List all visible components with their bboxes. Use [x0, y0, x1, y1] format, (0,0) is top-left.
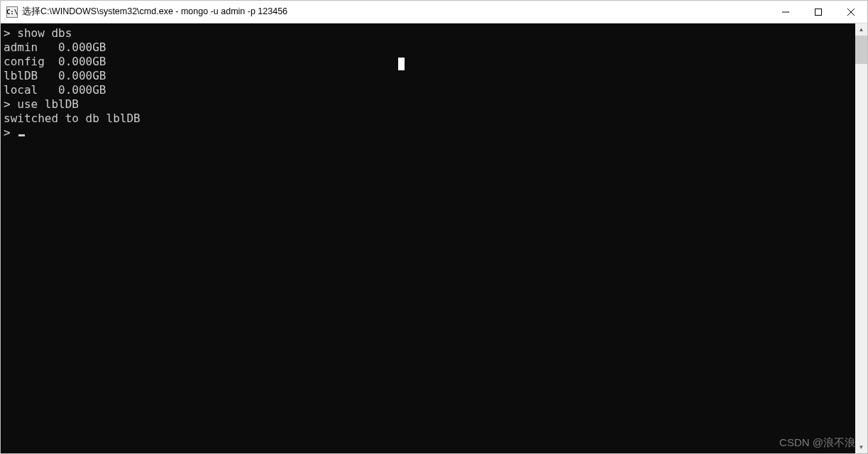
maximize-button[interactable]: [802, 1, 835, 23]
scroll-thumb[interactable]: [855, 36, 867, 64]
cmd-window: C:\ 选择C:\WINDOWS\system32\cmd.exe - mong…: [0, 0, 868, 454]
window-title: 选择C:\WINDOWS\system32\cmd.exe - mongo -u…: [22, 6, 769, 18]
terminal-output[interactable]: > show dbs admin 0.000GB config 0.000GB …: [1, 23, 855, 453]
scroll-track[interactable]: [855, 36, 867, 441]
titlebar[interactable]: C:\ 选择C:\WINDOWS\system32\cmd.exe - mong…: [1, 1, 867, 23]
minimize-button[interactable]: [769, 1, 802, 23]
app-icon: C:\: [6, 6, 18, 18]
scroll-up-arrow[interactable]: ▲: [855, 23, 867, 36]
svg-rect-1: [815, 9, 822, 15]
vertical-scrollbar[interactable]: ▲ ▼: [855, 23, 867, 453]
scroll-down-arrow[interactable]: ▼: [855, 441, 867, 453]
selection-cursor: [398, 58, 405, 70]
terminal-area: > show dbs admin 0.000GB config 0.000GB …: [1, 23, 867, 453]
prompt-cursor: [18, 134, 25, 136]
window-controls: [769, 1, 867, 23]
close-button[interactable]: [835, 1, 867, 23]
